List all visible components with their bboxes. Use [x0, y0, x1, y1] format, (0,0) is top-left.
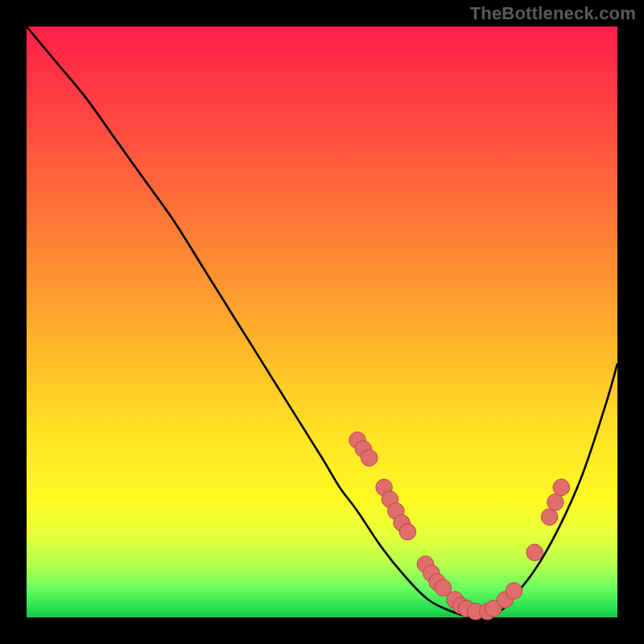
curve-marker — [506, 583, 522, 600]
curve-marker — [553, 479, 570, 496]
curve-marker — [361, 450, 378, 467]
curve-marker — [541, 509, 558, 526]
curve-marker — [547, 494, 564, 511]
curve-layer — [27, 27, 617, 617]
curve-markers — [349, 432, 570, 621]
bottleneck-curve — [27, 27, 617, 617]
chart-frame: TheBottleneck.com — [0, 0, 644, 644]
watermark-text: TheBottleneck.com — [470, 3, 636, 24]
curve-marker — [526, 544, 543, 561]
plot-area — [27, 27, 617, 617]
curve-marker — [399, 523, 416, 540]
